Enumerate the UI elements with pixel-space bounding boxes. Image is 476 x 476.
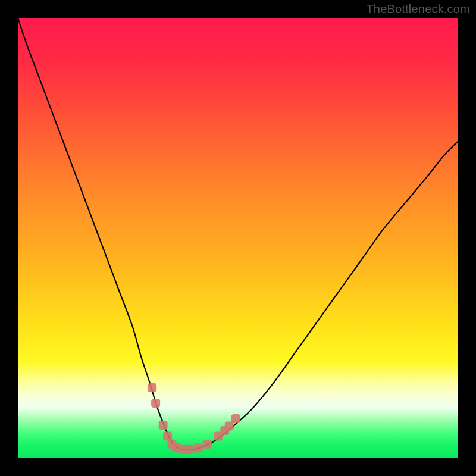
outer-frame: TheBottleneck.com (0, 0, 476, 476)
highlight-marker (163, 432, 172, 441)
highlight-marker (203, 440, 212, 449)
highlight-marker (151, 399, 160, 408)
watermark-text: TheBottleneck.com (366, 2, 470, 16)
highlight-marker (231, 414, 240, 423)
plot-area (18, 18, 458, 458)
highlight-marker (148, 383, 156, 392)
highlight-marker (159, 421, 168, 430)
highlight-marker (194, 443, 203, 452)
highlight-marker (225, 421, 234, 430)
chart-svg (18, 18, 458, 458)
bottleneck-curve (18, 18, 458, 450)
highlight-marker (185, 445, 194, 454)
